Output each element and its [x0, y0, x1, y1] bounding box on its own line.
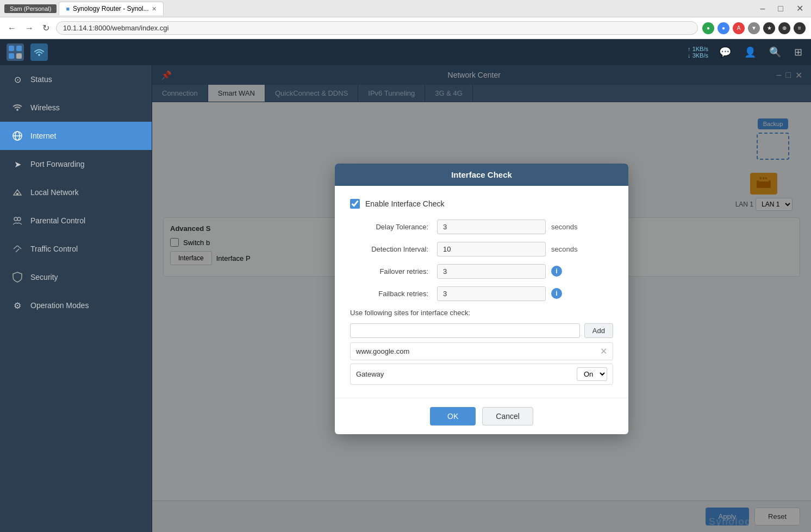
failback-retries-input[interactable] [437, 286, 546, 301]
sidebar-item-label-security: Security [30, 273, 58, 281]
sidebar-item-security[interactable]: Security [0, 263, 152, 291]
topbar-right: ↑ 1KB/s ↓ 3KB/s 💬 👤 🔍 ⊞ [688, 44, 804, 60]
gateway-row: Gateway On Off [350, 364, 613, 385]
sidebar-item-label-operation-modes: Operation Modes [30, 301, 89, 310]
enable-row: Enable Interface Check [350, 199, 613, 209]
sidebar-item-local-network[interactable]: Local Network [0, 178, 152, 206]
wireless-icon [11, 101, 24, 114]
sidebar-item-label-parental-control: Parental Control [30, 216, 85, 225]
url-input[interactable] [56, 21, 698, 35]
sidebar-item-label-internet: Internet [30, 132, 56, 140]
app-shell: ↑ 1KB/s ↓ 3KB/s 💬 👤 🔍 ⊞ ⊙ Status [0, 39, 811, 532]
ext-icon-1[interactable]: ● [702, 22, 714, 34]
svg-rect-3 [16, 53, 22, 59]
modal-footer: OK Cancel [335, 398, 628, 434]
svg-point-11 [17, 217, 21, 221]
svg-point-10 [14, 217, 17, 221]
modal-overlay: Interface Check Enable Interface Check D… [152, 65, 811, 532]
traffic-control-icon [11, 242, 24, 255]
layout-icon[interactable]: ⊞ [792, 44, 804, 60]
chat-icon[interactable]: 💬 [717, 44, 733, 60]
search-icon[interactable]: 🔍 [767, 44, 783, 60]
local-network-icon [11, 186, 24, 199]
window-controls: – □ ✕ [757, 2, 807, 15]
sidebar-item-internet[interactable]: Internet [0, 122, 152, 150]
svg-rect-9 [16, 193, 18, 195]
operation-modes-icon: ⚙ [11, 299, 24, 312]
modal-cancel-btn[interactable]: Cancel [482, 407, 533, 425]
user-badge: Sam (Personal) [4, 4, 57, 13]
sidebar-item-label-port-forwarding: Port Forwarding [30, 160, 85, 168]
interface-check-modal: Interface Check Enable Interface Check D… [335, 164, 628, 434]
sidebar-item-operation-modes[interactable]: ⚙ Operation Modes [0, 291, 152, 320]
sidebar-item-port-forwarding[interactable]: ➤ Port Forwarding [0, 150, 152, 178]
sites-section-label: Use following sites for interface check: [350, 309, 613, 317]
title-bar-left: Sam (Personal) ■ Synology Router - Synol… [4, 2, 164, 15]
sidebar-item-parental-control[interactable]: Parental Control [0, 206, 152, 235]
tab-title: Synology Router - Synol... [73, 5, 148, 12]
delay-tolerance-row: Delay Tolerance: seconds [350, 220, 613, 234]
ext-icon-6[interactable]: ⊕ [778, 22, 790, 34]
main-content: ⊙ Status Wireless Internet ➤ [0, 65, 811, 532]
ext-icon-4[interactable]: ▼ [748, 22, 760, 34]
enable-checkbox[interactable] [350, 199, 360, 209]
speed-down: ↓ 3KB/s [688, 52, 708, 59]
browser-tab[interactable]: ■ Synology Router - Synol... × [59, 2, 163, 15]
svg-line-14 [16, 249, 19, 252]
ext-icon-5[interactable]: ★ [763, 22, 775, 34]
detection-interval-input[interactable] [437, 242, 546, 256]
app-topbar: ↑ 1KB/s ↓ 3KB/s 💬 👤 🔍 ⊞ [0, 39, 811, 65]
svg-point-4 [38, 54, 40, 56]
failover-retries-row: Failover retries: i [350, 264, 613, 279]
back-btn[interactable]: ← [5, 21, 18, 35]
wifi-icon-btn[interactable] [30, 43, 48, 61]
network-center-panel: 📌 Network Center – □ ✕ Connection Smart … [152, 65, 811, 532]
app-logo [7, 43, 24, 61]
sites-url-input[interactable] [350, 323, 580, 338]
failback-retries-label: Failback retries: [350, 290, 437, 298]
site-remove-btn[interactable]: ✕ [600, 346, 607, 356]
detection-interval-label: Detection Interval: [350, 245, 437, 253]
add-site-btn[interactable]: Add [584, 323, 613, 338]
minimize-btn[interactable]: – [757, 3, 768, 15]
ext-icon-3[interactable]: A [733, 22, 745, 34]
sidebar-item-label: Status [30, 75, 52, 84]
sidebar-item-wireless[interactable]: Wireless [0, 93, 152, 122]
sidebar-item-label-local-network: Local Network [30, 188, 79, 197]
speed-up: ↑ 1KB/s [688, 46, 708, 52]
ext-icon-2[interactable]: ● [718, 22, 729, 34]
toolbar-icons: ● ● A ▼ ★ ⊕ ≡ [702, 22, 806, 34]
forward-btn[interactable]: → [23, 21, 36, 35]
user-icon[interactable]: 👤 [742, 44, 758, 60]
address-bar: ← → ↻ ● ● A ▼ ★ ⊕ ≡ [0, 17, 811, 39]
modal-ok-btn[interactable]: OK [430, 407, 476, 425]
restore-btn[interactable]: □ [775, 3, 787, 15]
close-btn[interactable]: ✕ [793, 2, 807, 15]
gateway-label: Gateway [356, 370, 384, 378]
sidebar-item-status[interactable]: ⊙ Status [0, 65, 152, 93]
sidebar-item-traffic-control[interactable]: Traffic Control [0, 235, 152, 263]
sidebar-item-label-wireless: Wireless [30, 103, 60, 112]
svg-rect-1 [16, 46, 22, 51]
reload-btn[interactable]: ↻ [40, 21, 52, 35]
detection-interval-row: Detection Interval: seconds [350, 242, 613, 256]
failover-retries-input[interactable] [437, 264, 546, 279]
sites-input-row: Add [350, 323, 613, 338]
tab-close-btn[interactable]: × [152, 4, 156, 13]
failback-info-icon[interactable]: i [551, 288, 562, 299]
failover-retries-label: Failover retries: [350, 267, 437, 276]
modal-body: Enable Interface Check Delay Tolerance: … [335, 186, 628, 398]
svg-rect-2 [9, 53, 14, 59]
speed-indicator: ↑ 1KB/s ↓ 3KB/s [688, 46, 708, 59]
site-url: www.google.com [356, 347, 409, 355]
ext-icon-7[interactable]: ≡ [794, 22, 806, 34]
modal-title: Interface Check [451, 170, 512, 179]
site-entry-google: www.google.com ✕ [350, 342, 613, 360]
title-bar: Sam (Personal) ■ Synology Router - Synol… [0, 0, 811, 17]
gateway-select[interactable]: On Off [577, 367, 607, 381]
svg-rect-0 [9, 46, 14, 51]
failover-info-icon[interactable]: i [551, 266, 562, 277]
internet-icon [11, 129, 24, 142]
parental-control-icon [11, 214, 24, 227]
delay-tolerance-input[interactable] [437, 220, 546, 234]
